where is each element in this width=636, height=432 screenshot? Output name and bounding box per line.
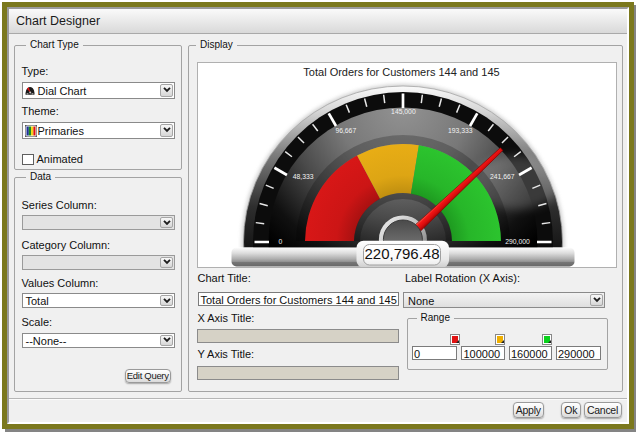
svg-text:96,667: 96,667 xyxy=(335,126,356,133)
svg-text:0: 0 xyxy=(278,237,282,244)
svg-text:145,000: 145,000 xyxy=(391,108,416,115)
svg-text:241,667: 241,667 xyxy=(489,172,514,179)
svg-text:48,333: 48,333 xyxy=(292,172,313,179)
svg-text:193,333: 193,333 xyxy=(447,126,472,133)
svg-text:220,796.48: 220,796.48 xyxy=(364,245,439,262)
svg-text:290,000: 290,000 xyxy=(505,237,530,244)
